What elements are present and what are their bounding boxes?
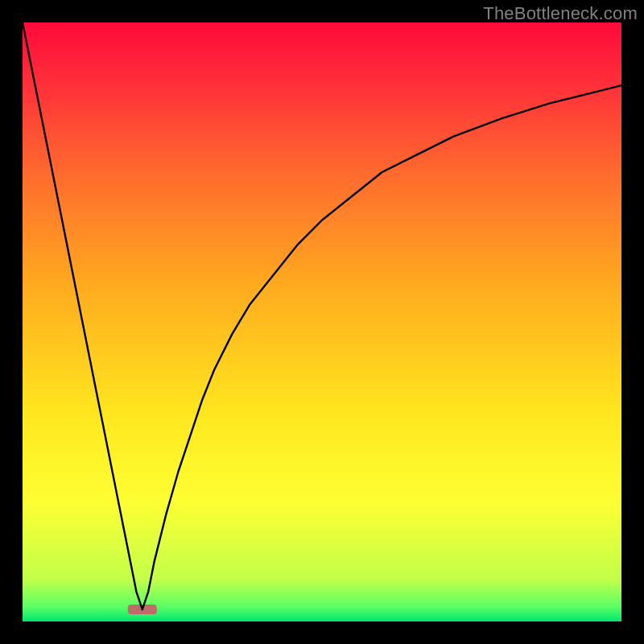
gradient-background	[23, 23, 621, 621]
bottleneck-chart	[23, 23, 621, 621]
chart-frame: TheBottleneck.com	[0, 0, 644, 644]
watermark-text: TheBottleneck.com	[483, 3, 638, 24]
